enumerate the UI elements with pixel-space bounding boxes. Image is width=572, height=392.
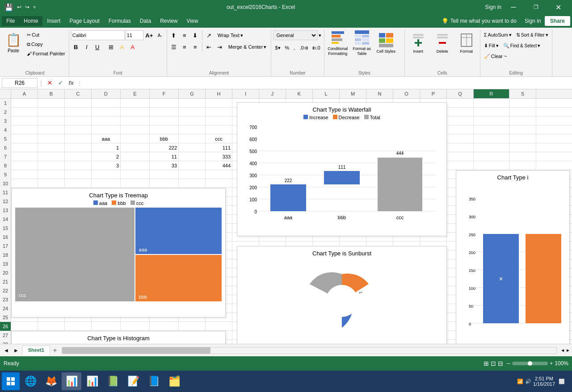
show-desktop-button[interactable]: ⬜ [557, 379, 567, 384]
zoom-slider[interactable] [512, 362, 548, 365]
taskbar-ie-button[interactable]: 🌐 [21, 372, 40, 390]
center-align-button[interactable]: ≡ [180, 42, 189, 52]
scroll-right-button[interactable]: ► [566, 348, 570, 353]
menu-tell-me[interactable]: 💡 Tell me what you want to do [437, 16, 521, 26]
taskbar-folder-button[interactable]: 🗂️ [164, 372, 184, 390]
normal-view-button[interactable]: ⊞ [484, 360, 489, 367]
increase-decimal-button[interactable]: .0⇉ [298, 43, 309, 53]
cell-styles-button[interactable]: Cell Styles [374, 30, 398, 55]
menu-page-layout[interactable]: Page Layout [65, 16, 104, 26]
italic-button[interactable]: I [82, 42, 92, 52]
save-button[interactable]: 💾 [4, 2, 14, 13]
top-align-button[interactable]: ⬆ [169, 30, 179, 40]
page-break-view-button[interactable]: ⊟ [498, 360, 503, 367]
format-painter-button[interactable]: 🖌Format Painter [25, 49, 67, 58]
col-header-B[interactable]: B [38, 89, 65, 98]
close-button[interactable]: ✕ [548, 0, 568, 14]
fill-button[interactable]: ⬇Fill▾ [482, 41, 500, 50]
font-shrink-button[interactable]: A- [155, 30, 165, 40]
currency-button[interactable]: $▾ [273, 43, 282, 53]
find-select-button[interactable]: 🔍Find & Select▾ [501, 41, 542, 50]
right-chart[interactable]: Chart Type i 0 50 100 150 200 250 300 35… [456, 170, 570, 344]
comma-button[interactable]: , [292, 43, 297, 53]
cell-E1[interactable] [121, 99, 150, 108]
col-header-Q[interactable]: Q [447, 89, 474, 98]
col-header-O[interactable]: O [393, 89, 420, 98]
cell-D1[interactable] [92, 99, 121, 108]
col-header-J[interactable]: J [259, 89, 286, 98]
share-button[interactable]: Share [545, 16, 570, 26]
delete-cell-button[interactable]: Delete [431, 30, 454, 55]
col-header-I[interactable]: I [232, 89, 259, 98]
sunburst-chart[interactable]: Chart Type is Sunburst 1 ↵ 3 [237, 246, 447, 344]
left-align-button[interactable]: ☰ [169, 42, 179, 52]
menu-view[interactable]: View [182, 16, 203, 26]
undo-button[interactable]: ↩ [16, 4, 22, 10]
col-header-H[interactable]: H [206, 89, 232, 98]
quick-access-more[interactable]: ▾ [32, 4, 37, 10]
cell-H1[interactable] [206, 99, 232, 108]
col-header-C[interactable]: C [65, 89, 92, 98]
col-header-E[interactable]: E [121, 89, 150, 98]
cell-reference-input[interactable] [2, 78, 38, 88]
font-name-input[interactable] [71, 30, 125, 40]
increase-indent-button[interactable]: ⇥ [215, 42, 225, 52]
formula-input[interactable] [83, 78, 570, 88]
autosum-button[interactable]: ΣAutoSum▾ [482, 30, 513, 39]
menu-review[interactable]: Review [156, 16, 182, 26]
col-header-R[interactable]: R [474, 89, 509, 98]
signin-label[interactable]: Sign in [525, 18, 541, 24]
middle-align-button[interactable]: ≡ [180, 30, 189, 40]
orientation-button[interactable]: ↗ [204, 30, 214, 40]
col-header-G[interactable]: G [179, 89, 206, 98]
menu-data[interactable]: Data [135, 16, 156, 26]
sheet-tab-sheet1[interactable]: Sheet1 [22, 346, 50, 355]
page-layout-view-button[interactable]: ⊡ [491, 360, 496, 367]
col-header-P[interactable]: P [420, 89, 447, 98]
taskbar-word-button[interactable]: 📘 [144, 372, 164, 390]
sheet-prev-button[interactable]: ◄ [2, 346, 11, 354]
cell-R1[interactable] [474, 99, 509, 108]
percent-button[interactable]: % [283, 43, 291, 53]
clear-button[interactable]: 🧹Clear ~ [482, 52, 509, 61]
col-header-D[interactable]: D [92, 89, 121, 98]
format-cell-button[interactable]: Format [455, 30, 478, 55]
zoom-out-button[interactable]: ─ [507, 360, 511, 367]
menu-home[interactable]: Home [19, 16, 42, 26]
col-header-M[interactable]: M [340, 89, 366, 98]
sheet-next-button[interactable]: ► [12, 346, 21, 354]
bottom-align-button[interactable]: ⬇ [190, 30, 200, 40]
insert-button[interactable]: Insert [407, 30, 430, 55]
col-header-F[interactable]: F [150, 89, 179, 98]
font-size-input[interactable] [126, 30, 143, 40]
col-header-K[interactable]: K [286, 89, 313, 98]
conditional-formatting-button[interactable]: Conditional Formatting [326, 30, 349, 55]
cell-Q1[interactable] [447, 99, 474, 108]
insert-function-button[interactable]: fx [66, 78, 76, 88]
merge-center-button[interactable]: Merge & Center ▾ [226, 42, 269, 52]
sort-filter-button[interactable]: ⇅Sort & Filter▾ [514, 30, 550, 39]
histogram-chart[interactable]: Chart Type is Histogram [11, 331, 226, 344]
font-color-button[interactable]: A [128, 42, 138, 52]
scroll-left-button[interactable]: ◄ [560, 348, 565, 353]
cell-A2[interactable] [11, 108, 38, 117]
taskbar-project-button[interactable]: 📗 [103, 372, 122, 390]
number-format-expand[interactable]: ▾ [319, 33, 321, 38]
paste-button[interactable]: 📋 Paste [3, 30, 24, 55]
decrease-indent-button[interactable]: ⇤ [204, 42, 214, 52]
zoom-in-button[interactable]: + [550, 360, 553, 367]
wrap-text-button[interactable]: Wrap Text ▾ [215, 30, 246, 40]
menu-file[interactable]: File [2, 16, 19, 26]
bold-button[interactable]: B [71, 42, 81, 52]
copy-button[interactable]: ⧉Copy [25, 40, 67, 49]
menu-formulas[interactable]: Formulas [104, 16, 135, 26]
col-header-L[interactable]: L [313, 89, 340, 98]
cut-button[interactable]: ✂Cut [25, 30, 67, 39]
border-button[interactable]: ⊞ [106, 42, 116, 52]
cell-C1[interactable] [65, 99, 92, 108]
col-header-A[interactable]: A [11, 89, 38, 98]
decrease-decimal-button[interactable]: ⇇.0 [311, 43, 322, 53]
fill-color-button[interactable]: A [117, 42, 127, 52]
col-header-N[interactable]: N [366, 89, 393, 98]
taskbar-powerpoint-button[interactable]: 📊 [82, 372, 102, 390]
